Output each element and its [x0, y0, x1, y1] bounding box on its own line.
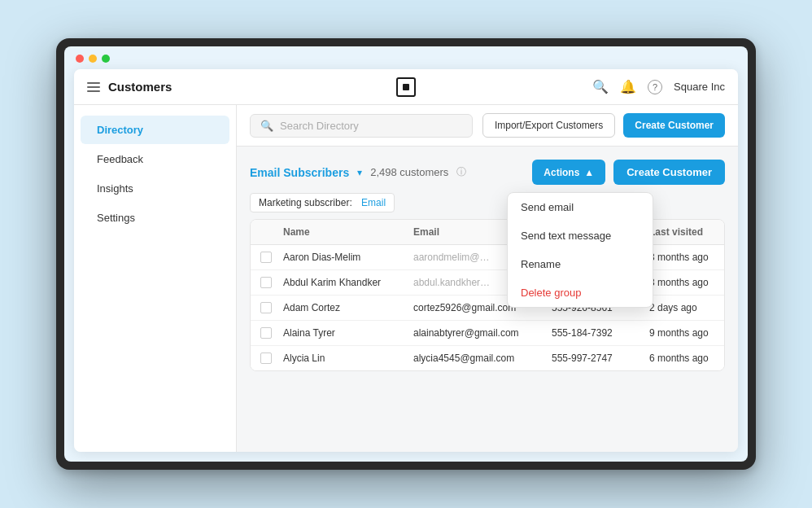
group-left: Email Subscribers ▾ 2,498 customers ⓘ [250, 165, 466, 179]
chevron-down-icon[interactable]: ▾ [357, 167, 362, 178]
row-email-4: alainabtyrer@gmail.com [413, 327, 552, 339]
company-name: Square Inc [674, 81, 725, 93]
filter-tag: Marketing subscriber: Email [250, 193, 395, 212]
traffic-lights [76, 55, 110, 63]
bell-icon[interactable]: 🔔 [620, 79, 636, 94]
sidebar-item-directory[interactable]: Directory [81, 116, 229, 144]
close-button[interactable] [76, 55, 84, 63]
row-visited-1: 3 months ago [649, 252, 714, 263]
table-row: Alycia Lin alycia4545@gmail.com 555-997-… [251, 346, 724, 370]
row-checkbox-3[interactable] [260, 302, 272, 313]
import-export-button[interactable]: Import/Export Customers [482, 113, 615, 138]
group-name[interactable]: Email Subscribers [250, 166, 349, 179]
search-actions: Import/Export Customers Create Customer [482, 113, 725, 138]
dropdown-send-email[interactable]: Send email [508, 193, 653, 221]
filter-label: Marketing subscriber: [259, 197, 352, 208]
row-name-4: Alaina Tyrer [283, 327, 413, 339]
actions-dropdown: Send email Send text message Rename Dele… [507, 192, 653, 308]
sidebar-item-insights[interactable]: Insights [81, 174, 229, 203]
row-checkbox-1[interactable] [260, 252, 272, 263]
search-icon[interactable]: 🔍 [592, 79, 609, 94]
group-actions: Actions ▲ Create Customer [532, 160, 725, 185]
row-email-5: alycia4545@gmail.com [413, 353, 552, 364]
minimize-button[interactable] [89, 55, 97, 63]
hamburger-icon[interactable] [87, 82, 100, 92]
chevron-up-icon: ▲ [584, 167, 594, 178]
row-name-1: Aaron Dias-Melim [283, 252, 413, 263]
dropdown-rename[interactable]: Rename [508, 250, 653, 278]
create-customer-button-top[interactable]: Create Customer [623, 113, 725, 138]
maximize-button[interactable] [102, 55, 110, 63]
sidebar-item-settings[interactable]: Settings [81, 204, 229, 232]
group-count: 2,498 customers [370, 166, 448, 178]
row-checkbox-2[interactable] [260, 277, 272, 288]
sidebar-item-feedback[interactable]: Feedback [81, 145, 229, 173]
square-logo-inner [403, 84, 409, 90]
header-visited: Last visited [649, 226, 714, 238]
top-bar-left: Customers [87, 80, 299, 94]
dropdown-send-text[interactable]: Send text message [508, 221, 653, 250]
page-area: 🔍 Search Directory Import/Export Custome… [237, 105, 738, 452]
screen: Customers 🔍 🔔 ? Square Inc [64, 46, 748, 462]
search-box[interactable]: 🔍 Search Directory [250, 114, 473, 138]
monitor: Customers 🔍 🔔 ? Square Inc [56, 38, 756, 470]
row-checkbox-5[interactable] [260, 353, 272, 364]
dropdown-delete[interactable]: Delete group [508, 278, 653, 307]
table-row: Alaina Tyrer alainabtyrer@gmail.com 555-… [251, 321, 724, 346]
group-header: Email Subscribers ▾ 2,498 customers ⓘ Ac… [250, 160, 725, 185]
table-area: Email Subscribers ▾ 2,498 customers ⓘ Ac… [237, 147, 738, 452]
search-icon: 🔍 [260, 120, 273, 132]
row-visited-3: 2 days ago [649, 302, 714, 313]
row-checkbox-4[interactable] [260, 327, 272, 339]
create-customer-button[interactable]: Create Customer [613, 160, 725, 185]
row-name-2: Abdul Karim Khandker [283, 277, 413, 288]
search-placeholder: Search Directory [280, 120, 359, 132]
customer-table: Name Email Phone Last visited Aaron Dias… [250, 219, 725, 371]
square-logo [396, 77, 416, 97]
row-name-5: Alycia Lin [283, 353, 413, 364]
row-visited-2: 8 months ago [649, 277, 714, 288]
row-phone-4: 555-184-7392 [552, 327, 649, 339]
actions-button[interactable]: Actions ▲ [532, 160, 605, 185]
header-name: Name [283, 226, 413, 238]
main-content: Directory Feedback Insights Settings [74, 105, 738, 452]
app-window: Customers 🔍 🔔 ? Square Inc [74, 69, 738, 452]
top-bar-right: 🔍 🔔 ? Square Inc [513, 79, 725, 94]
filter-value[interactable]: Email [361, 197, 386, 208]
app-title: Customers [108, 80, 172, 94]
top-bar-center [299, 77, 512, 97]
row-visited-5: 6 months ago [649, 353, 714, 364]
info-icon[interactable]: ⓘ [456, 165, 466, 179]
row-name-3: Adam Cortez [283, 302, 413, 313]
sidebar: Directory Feedback Insights Settings [74, 105, 237, 452]
search-row: 🔍 Search Directory Import/Export Custome… [237, 105, 738, 147]
row-phone-5: 555-997-2747 [552, 353, 649, 364]
help-icon[interactable]: ? [648, 80, 662, 94]
row-visited-4: 9 months ago [649, 327, 714, 339]
top-bar: Customers 🔍 🔔 ? Square Inc [74, 69, 738, 105]
